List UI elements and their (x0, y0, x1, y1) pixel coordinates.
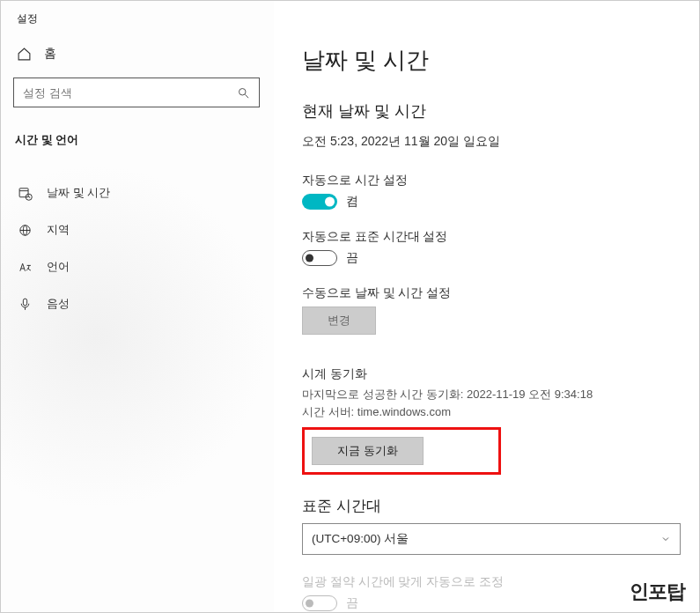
search-field[interactable] (23, 86, 237, 100)
sidebar-item-label: 음성 (47, 296, 70, 312)
timezone-value: (UTC+09:00) 서울 (312, 531, 409, 547)
globe-icon (17, 223, 33, 238)
current-datetime-heading: 현재 날짜 및 시간 (302, 100, 682, 122)
dst-label: 일광 절약 시간에 맞게 자동으로 조정 (302, 574, 682, 590)
microphone-icon (17, 297, 33, 312)
svg-rect-2 (19, 188, 28, 196)
sidebar-item-datetime[interactable]: 날짜 및 시간 (1, 174, 274, 211)
sync-now-button[interactable]: 지금 동기화 (312, 437, 424, 465)
auto-tz-label: 자동으로 표준 시간대 설정 (302, 229, 682, 245)
sidebar-item-label: 언어 (47, 259, 70, 275)
sync-last: 마지막으로 성공한 시간 동기화: 2022-11-19 오전 9:34:18 (302, 386, 682, 403)
calendar-clock-icon (17, 186, 33, 201)
page-title: 날짜 및 시간 (302, 45, 682, 76)
home-icon (17, 47, 32, 62)
search-input[interactable] (13, 78, 260, 107)
sidebar-item-speech[interactable]: 음성 (1, 285, 274, 322)
auto-tz-state: 끔 (346, 250, 358, 266)
svg-point-0 (239, 88, 247, 95)
sidebar-item-label: 날짜 및 시간 (47, 185, 110, 201)
home-link[interactable]: 홈 (1, 26, 274, 62)
svg-line-1 (245, 94, 248, 98)
change-button: 변경 (302, 306, 376, 335)
watermark: 인포탑 (630, 579, 685, 605)
home-label: 홈 (44, 46, 56, 62)
main-content: 날짜 및 시간 현재 날짜 및 시간 오전 5:23, 2022년 11월 20… (274, 1, 699, 612)
svg-line-6 (28, 196, 29, 197)
auto-time-toggle[interactable] (302, 194, 337, 210)
category-title: 시간 및 언어 (1, 107, 274, 148)
search-icon (237, 86, 250, 100)
dst-state: 끔 (346, 595, 358, 611)
svg-rect-10 (23, 299, 26, 306)
auto-time-state: 켬 (346, 194, 358, 210)
dst-toggle (302, 595, 337, 611)
sidebar-item-language[interactable]: 언어 (1, 248, 274, 285)
language-icon (17, 260, 33, 275)
highlight-box: 지금 동기화 (302, 427, 501, 475)
current-datetime-value: 오전 5:23, 2022년 11월 20일 일요일 (302, 134, 682, 150)
timezone-heading: 표준 시간대 (302, 496, 682, 516)
manual-datetime-label: 수동으로 날짜 및 시간 설정 (302, 285, 682, 301)
auto-time-label: 자동으로 시간 설정 (302, 173, 682, 188)
sidebar: 설정 홈 시간 및 언어 (1, 1, 274, 612)
sidebar-item-region[interactable]: 지역 (1, 211, 274, 248)
timezone-select[interactable]: (UTC+09:00) 서울 (302, 523, 681, 555)
sidebar-item-label: 지역 (47, 222, 70, 238)
chevron-down-icon (660, 534, 671, 544)
sync-server: 시간 서버: time.windows.com (302, 403, 682, 421)
auto-tz-toggle[interactable] (302, 250, 337, 266)
window-title: 설정 (1, 8, 274, 26)
sync-heading: 시계 동기화 (302, 366, 682, 382)
